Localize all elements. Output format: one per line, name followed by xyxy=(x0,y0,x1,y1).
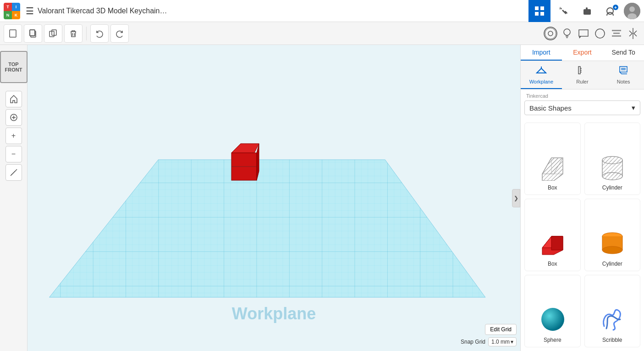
dropdown-chevron-icon: ▾ xyxy=(632,104,635,112)
svg-rect-22 xyxy=(612,30,621,31)
svg-rect-11 xyxy=(10,30,16,37)
workplane-label: Workplane xyxy=(232,304,316,323)
ruler-button[interactable] xyxy=(6,164,22,181)
box-hole-visual xyxy=(536,150,568,182)
duplicate-button[interactable] xyxy=(44,24,62,43)
box-solid-label: Box xyxy=(548,261,557,267)
svg-rect-2 xyxy=(535,12,539,16)
logo: T I N K xyxy=(4,3,20,19)
export-button[interactable]: Export xyxy=(562,45,603,61)
workplane-panel-button[interactable]: Workplane xyxy=(521,61,562,89)
svg-point-18 xyxy=(548,31,553,36)
scribble-label: Scribble xyxy=(602,337,622,343)
svg-text:+: + xyxy=(614,5,617,10)
fit-view-button[interactable] xyxy=(6,109,22,126)
toolbar-right xyxy=(543,26,640,41)
snap-value-dropdown[interactable]: 1.0 mm ▾ xyxy=(488,337,517,346)
ruler-panel-button[interactable]: Ruler xyxy=(562,61,603,89)
grid-view-button[interactable] xyxy=(528,0,550,22)
logo-n: N xyxy=(4,11,12,19)
add-user-button[interactable]: + xyxy=(600,0,622,22)
svg-point-20 xyxy=(564,29,570,35)
view-front-label: FRONT xyxy=(5,67,22,72)
snap-dropdown-icon: ▾ xyxy=(511,339,513,345)
svg-rect-23 xyxy=(613,33,620,34)
home-view-button[interactable] xyxy=(6,91,22,107)
svg-rect-0 xyxy=(535,6,539,10)
shapes-provider-label: Tinkercad xyxy=(521,89,644,100)
shape-box-solid[interactable]: Box xyxy=(524,199,581,271)
svg-point-61 xyxy=(541,308,564,331)
top-right-icons: + xyxy=(528,0,640,22)
svg-rect-3 xyxy=(540,12,544,16)
svg-rect-1 xyxy=(540,6,544,10)
tools-button[interactable] xyxy=(552,0,574,22)
view-cube[interactable]: TOP FRONT xyxy=(0,49,30,85)
redo-button[interactable] xyxy=(110,24,129,43)
circle-icon xyxy=(593,26,607,41)
document-title[interactable]: Valorant Tikercad 3D Model Keychain… xyxy=(38,7,525,15)
svg-rect-13 xyxy=(30,30,35,36)
shape-cylinder-hole[interactable]: Cylinder xyxy=(584,123,641,195)
snap-grid-label: Snap Grid xyxy=(461,339,485,345)
ruler-icon xyxy=(577,65,588,78)
edit-grid-button[interactable]: Edit Grid xyxy=(485,324,517,335)
3d-object-red-box[interactable] xyxy=(229,137,261,183)
notes-label-text: Notes xyxy=(617,79,630,84)
camera-icon xyxy=(543,26,558,41)
delete-button[interactable] xyxy=(64,24,83,43)
copy-button[interactable] xyxy=(24,24,42,43)
shapes-category-label: Basic Shapes xyxy=(529,104,572,112)
align-icon xyxy=(609,26,624,41)
toolbar-separator-1 xyxy=(86,27,87,40)
shape-sphere-solid[interactable]: Sphere xyxy=(524,275,581,347)
viewport[interactable]: Workplane Edit Grid Snap Grid 1.0 mm ▾ ❯ xyxy=(28,45,520,351)
cylinder-hole-label: Cylinder xyxy=(602,184,622,191)
notes-panel-button[interactable]: Notes xyxy=(603,61,644,89)
sphere-solid-visual xyxy=(536,302,568,334)
svg-point-17 xyxy=(544,27,557,40)
zoom-out-button[interactable]: − xyxy=(6,146,22,162)
send-to-button[interactable]: Send To xyxy=(603,45,644,61)
briefcase-button[interactable] xyxy=(576,0,598,22)
speech-icon xyxy=(576,26,591,41)
svg-marker-33 xyxy=(257,144,259,180)
menu-icon[interactable]: ☰ xyxy=(26,6,34,17)
right-panel-header: Workplane Ruler xyxy=(521,61,644,89)
svg-rect-19 xyxy=(545,28,556,39)
shape-box-hole[interactable]: Box xyxy=(524,123,581,195)
collapse-panel-button[interactable]: ❯ xyxy=(512,189,520,207)
workplane-label-text: Workplane xyxy=(529,79,553,84)
logo-i: I xyxy=(12,3,20,11)
cylinder-solid-visual xyxy=(596,226,628,258)
main-area: TOP FRONT + − xyxy=(0,45,644,351)
shapes-category-dropdown[interactable]: Basic Shapes ▾ xyxy=(524,100,640,115)
svg-point-58 xyxy=(602,246,622,254)
logo-k: K xyxy=(12,11,20,19)
svg-rect-4 xyxy=(583,9,591,15)
view-cube-inner[interactable]: TOP FRONT xyxy=(0,51,28,83)
svg-marker-46 xyxy=(551,158,563,174)
notes-icon xyxy=(618,65,629,78)
svg-point-50 xyxy=(602,173,622,180)
svg-marker-55 xyxy=(551,236,563,250)
avatar[interactable] xyxy=(624,3,640,19)
cylinder-hole-visual xyxy=(596,150,628,182)
import-button[interactable]: Import xyxy=(521,45,562,61)
snap-grid: Snap Grid 1.0 mm ▾ xyxy=(461,337,517,346)
undo-button[interactable] xyxy=(90,24,109,43)
cylinder-solid-label: Cylinder xyxy=(602,261,622,267)
svg-marker-35 xyxy=(537,68,546,73)
new-button[interactable] xyxy=(4,24,22,43)
ruler-label-text: Ruler xyxy=(576,79,588,84)
svg-marker-32 xyxy=(231,144,259,153)
logo-t: T xyxy=(4,3,12,11)
shape-scribble[interactable]: Scribble xyxy=(584,275,641,347)
zoom-in-button[interactable]: + xyxy=(6,128,22,144)
topbar: T I N K ☰ Valorant Tikercad 3D Model Key… xyxy=(0,0,644,22)
left-panel: TOP FRONT + − xyxy=(0,45,28,351)
shape-cylinder-solid[interactable]: Cylinder xyxy=(584,199,641,271)
scribble-visual xyxy=(596,302,628,334)
svg-rect-37 xyxy=(578,67,580,74)
right-panel: Import Export Send To Workplane xyxy=(520,45,644,351)
